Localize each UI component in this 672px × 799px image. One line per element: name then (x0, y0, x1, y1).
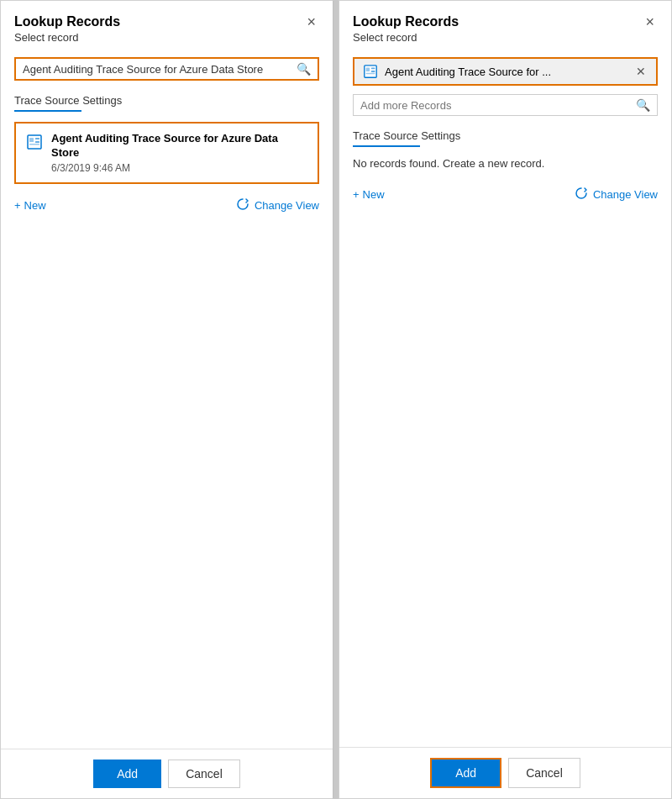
left-plus-icon: + (14, 199, 21, 212)
right-actions-row: + New Change View (353, 180, 658, 209)
left-new-label: New (24, 199, 46, 212)
right-close-button[interactable]: × (642, 14, 658, 29)
left-change-view-button[interactable]: Change View (236, 197, 319, 213)
right-selected-tag-remove[interactable]: ✕ (634, 65, 648, 78)
svg-rect-3 (35, 141, 39, 143)
left-cancel-button[interactable]: Cancel (168, 760, 240, 788)
left-record-text: Agent Auditing Trace Source for Azure Da… (51, 132, 307, 174)
left-actions-row: + New Change View (14, 191, 319, 220)
svg-rect-4 (29, 144, 39, 145)
right-new-button[interactable]: + New (353, 188, 385, 201)
svg-rect-7 (371, 68, 375, 70)
svg-rect-9 (366, 73, 375, 74)
right-change-view-button[interactable]: Change View (575, 187, 658, 202)
left-panel-content: 🔍 Trace Source Settings Agent Auditing T… (1, 50, 333, 749)
right-selected-tag-icon (363, 64, 378, 79)
left-new-button[interactable]: + New (14, 199, 46, 212)
left-add-button[interactable]: Add (93, 760, 161, 788)
right-cancel-button[interactable]: Cancel (508, 758, 580, 788)
left-panel-title-group: Lookup Records Select record (14, 14, 120, 44)
right-selected-tag-text: Agent Auditing Trace Source for ... (385, 66, 627, 78)
right-new-label: New (363, 188, 385, 201)
svg-rect-6 (366, 68, 370, 72)
right-add-button[interactable]: Add (430, 758, 501, 788)
left-record-item[interactable]: Agent Auditing Trace Source for Azure Da… (14, 122, 319, 184)
left-record-name: Agent Auditing Trace Source for Azure Da… (51, 132, 307, 160)
left-record-icon (26, 134, 43, 150)
left-panel-header: Lookup Records Select record × (1, 1, 333, 50)
right-section-label: Trace Source Settings (353, 129, 658, 142)
left-search-input[interactable] (23, 63, 297, 76)
right-plus-icon: + (353, 188, 360, 201)
left-close-button[interactable]: × (303, 14, 319, 29)
left-search-box[interactable]: 🔍 (14, 57, 319, 81)
left-panel-footer: Add Cancel (1, 749, 333, 798)
right-panel-title-group: Lookup Records Select record (353, 14, 459, 44)
left-panel-subtitle: Select record (14, 31, 120, 44)
right-search-icon: 🔍 (636, 98, 650, 112)
left-panel-title: Lookup Records (14, 14, 120, 29)
right-panel-content: Agent Auditing Trace Source for ... ✕ 🔍 … (339, 50, 671, 747)
left-panel: Lookup Records Select record × 🔍 Trace S… (0, 0, 333, 799)
right-panel-footer: Add Cancel (339, 747, 671, 798)
right-panel-title: Lookup Records (353, 14, 459, 29)
right-no-records: No records found. Create a new record. (353, 157, 658, 170)
right-panel-header: Lookup Records Select record × (339, 1, 671, 50)
right-panel-subtitle: Select record (353, 31, 459, 44)
left-change-view-label: Change View (255, 199, 319, 212)
right-section-underline (353, 145, 420, 147)
left-record-date: 6/3/2019 9:46 AM (51, 162, 307, 174)
right-change-view-icon (575, 187, 588, 202)
right-selected-tag: Agent Auditing Trace Source for ... ✕ (353, 57, 658, 86)
right-add-more-box[interactable]: 🔍 (353, 94, 658, 116)
left-section-label: Trace Source Settings (14, 94, 319, 107)
svg-rect-1 (29, 138, 34, 142)
right-change-view-label: Change View (593, 188, 658, 201)
right-panel: Lookup Records Select record × Agent Aud… (339, 0, 672, 799)
left-section-underline (14, 110, 81, 112)
left-search-icon: 🔍 (297, 62, 311, 76)
svg-rect-2 (35, 138, 39, 139)
svg-rect-8 (371, 71, 375, 72)
left-change-view-icon (236, 197, 249, 213)
right-add-more-input[interactable] (360, 99, 636, 112)
